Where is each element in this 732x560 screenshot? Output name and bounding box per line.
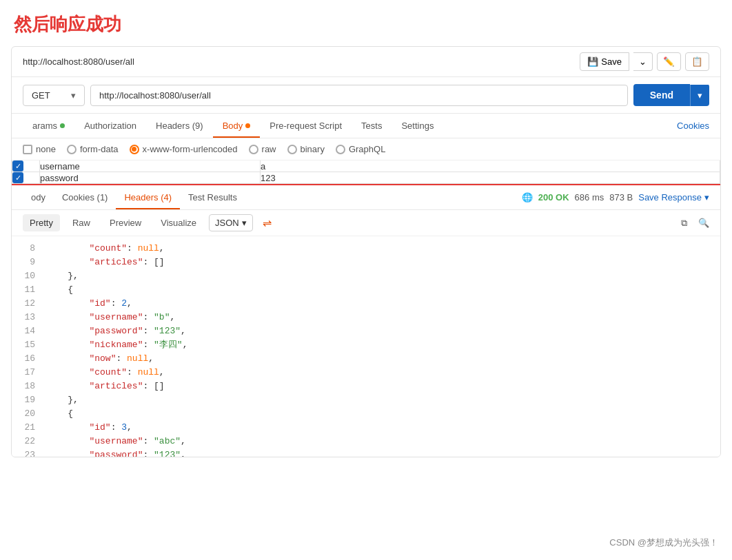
format-tab-preview[interactable]: Preview: [103, 214, 148, 231]
format-select-chevron-icon: ▾: [242, 218, 247, 228]
code-line-10: 10 },: [12, 269, 720, 283]
line-num-20: 20: [12, 407, 46, 421]
url-input[interactable]: [90, 85, 628, 106]
send-main-button[interactable]: Send: [633, 84, 690, 106]
tab-pre-request[interactable]: Pre-request Script: [260, 114, 352, 138]
url-bar-text: http://localhost:8080/user/all: [23, 56, 574, 67]
search-response-icon[interactable]: 🔍: [698, 218, 709, 228]
tab-settings[interactable]: Settings: [392, 114, 443, 138]
body-type-graphql[interactable]: GraphQL: [336, 144, 385, 154]
line-content-19: },: [46, 393, 720, 407]
code-line-23: 23 "password": "123",: [12, 448, 720, 457]
tab-tests[interactable]: Tests: [352, 114, 392, 138]
line-num-16: 16: [12, 352, 46, 366]
body-type-graphql-label: GraphQL: [349, 144, 385, 154]
cookies-link[interactable]: Cookies: [677, 121, 709, 131]
line-num-9: 9: [12, 256, 46, 269]
resp-tab-test-results[interactable]: Test Results: [180, 185, 245, 209]
body-type-raw-label: raw: [262, 144, 276, 154]
tab-params[interactable]: arams: [23, 114, 74, 138]
radio-graphql-icon: [336, 145, 345, 154]
line-content-10: },: [46, 269, 720, 283]
line-content-20: {: [46, 407, 720, 421]
code-line-18: 18 "articles": []: [12, 380, 720, 393]
body-type-row: none form-data x-www-form-urlencoded raw…: [12, 138, 720, 160]
username-key: username: [40, 161, 80, 172]
password-checkbox[interactable]: ✓: [12, 172, 23, 183]
line-content-13: "username": "b",: [46, 311, 720, 324]
code-line-11: 11 {: [12, 283, 720, 297]
line-content-17: "count": null,: [46, 366, 720, 380]
tab-params-dot: [60, 123, 65, 128]
tab-body-dot: [245, 123, 250, 128]
save-button[interactable]: 💾 Save: [580, 52, 629, 71]
send-arrow-button[interactable]: ▾: [690, 85, 709, 106]
resp-tab-body[interactable]: ody: [23, 185, 54, 209]
copy-response-icon[interactable]: ⧉: [681, 218, 687, 229]
line-content-18: "articles": []: [46, 380, 720, 393]
password-key: password: [40, 173, 79, 183]
line-content-8: "count": null,: [46, 242, 720, 256]
body-type-urlencoded[interactable]: x-www-form-urlencoded: [130, 144, 238, 154]
radio-none-icon: [23, 145, 32, 154]
format-tab-raw[interactable]: Raw: [65, 214, 97, 231]
edit-icon-button[interactable]: ✏️: [657, 52, 681, 71]
tab-headers[interactable]: Headers (9): [146, 114, 213, 138]
tab-body[interactable]: Body: [213, 114, 261, 138]
code-line-15: 15 "nickname": "李四",: [12, 338, 720, 352]
save-arrow-button[interactable]: ⌄: [633, 52, 653, 71]
line-num-22: 22: [12, 435, 46, 448]
page-title: 然后响应成功: [0, 0, 732, 46]
format-select[interactable]: JSON ▾: [209, 214, 253, 231]
body-type-raw[interactable]: raw: [249, 144, 276, 154]
line-content-9: "articles": []: [46, 256, 720, 269]
body-type-form-data[interactable]: form-data: [67, 144, 119, 154]
code-line-19: 19 },: [12, 393, 720, 407]
line-content-22: "username": "abc",: [46, 435, 720, 448]
password-value: 123: [261, 173, 276, 183]
form-fields-table: ✓ username a ✓ password: [12, 160, 720, 184]
response-size: 873 B: [609, 192, 633, 203]
format-select-label: JSON: [215, 218, 239, 228]
line-content-21: "id": 3,: [46, 421, 720, 435]
code-line-16: 16 "now": null,: [12, 352, 720, 366]
format-tab-visualize[interactable]: Visualize: [154, 214, 203, 231]
copy-icon-button[interactable]: 📋: [685, 52, 709, 71]
form-row-username: ✓ username a: [12, 160, 720, 172]
resp-tab-test-results-label: Test Results: [188, 192, 237, 203]
tab-authorization[interactable]: Authorization: [74, 114, 146, 138]
line-num-13: 13: [12, 311, 46, 324]
send-button-group: Send ▾: [633, 84, 709, 106]
body-type-form-data-label: form-data: [80, 144, 119, 154]
filter-icon[interactable]: ⇌: [263, 216, 272, 229]
code-line-14: 14 "password": "123",: [12, 324, 720, 338]
resp-tab-headers-label: Headers (4): [124, 192, 172, 203]
resp-tab-headers[interactable]: Headers (4): [116, 185, 180, 209]
tab-params-label: arams: [32, 121, 57, 131]
line-num-8: 8: [12, 242, 46, 256]
method-select[interactable]: GET ▾: [23, 85, 85, 106]
method-label: GET: [32, 90, 50, 101]
body-type-none[interactable]: none: [23, 144, 56, 154]
code-view: 8 "count": null, 9 "articles": [] 10 }, …: [12, 236, 720, 457]
line-num-15: 15: [12, 338, 46, 352]
save-response-button[interactable]: Save Response ▾: [638, 192, 709, 203]
save-icon: 💾: [587, 56, 598, 67]
tab-authorization-label: Authorization: [84, 121, 136, 131]
code-line-8: 8 "count": null,: [12, 242, 720, 256]
line-content-23: "password": "123",: [46, 448, 720, 457]
resp-tab-body-label: ody: [31, 192, 45, 203]
line-num-17: 17: [12, 366, 46, 380]
line-num-21: 21: [12, 421, 46, 435]
resp-tab-cookies[interactable]: Cookies (1): [54, 185, 116, 209]
response-format-row: Pretty Raw Preview Visualize JSON ▾ ⇌ ⧉ …: [12, 210, 720, 236]
format-tab-pretty[interactable]: Pretty: [23, 214, 60, 231]
body-type-binary[interactable]: binary: [287, 144, 325, 154]
line-content-16: "now": null,: [46, 352, 720, 366]
username-checkbox[interactable]: ✓: [12, 160, 23, 172]
response-time: 686 ms: [575, 192, 604, 203]
form-row-password: ✓ password 123: [12, 172, 720, 184]
response-status: 🌐 200 OK 686 ms 873 B Save Response ▾: [522, 192, 709, 203]
checkmark-icon-2: ✓: [15, 174, 21, 183]
line-num-10: 10: [12, 269, 46, 283]
